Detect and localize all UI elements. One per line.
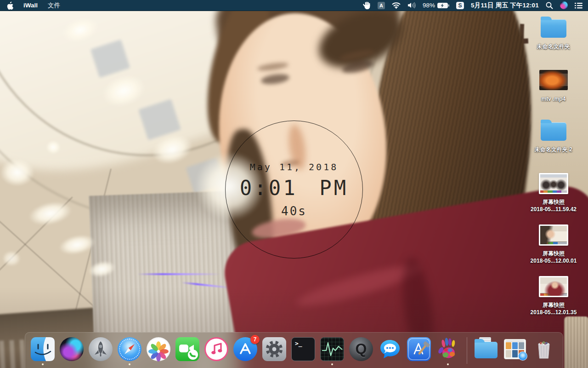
proxy-letter: S bbox=[458, 2, 462, 9]
facetime-icon bbox=[175, 337, 199, 361]
label-line-1: 屏幕快照 bbox=[531, 301, 577, 309]
dock-finder[interactable] bbox=[31, 337, 55, 361]
dock-quicktime[interactable]: Q bbox=[349, 337, 373, 361]
messages-icon bbox=[378, 337, 402, 361]
system-preferences-icon bbox=[262, 337, 286, 361]
dock-app-store[interactable]: 7 bbox=[233, 337, 257, 361]
label-line-2: 2018-05...12.00.01 bbox=[531, 257, 577, 264]
clock-date: May 11, 2018 bbox=[250, 161, 339, 172]
activity-monitor-icon bbox=[320, 337, 344, 361]
terminal-icon: >_ bbox=[291, 337, 315, 361]
dock-siri[interactable] bbox=[60, 337, 84, 361]
desktop-screenshot-2[interactable]: 屏幕快照 2018-05...12.00.01 bbox=[521, 224, 586, 264]
dock: 7 >_ Q bbox=[25, 332, 563, 368]
running-indicator bbox=[129, 363, 130, 365]
battery-charging-icon bbox=[437, 3, 449, 8]
terminal-prompt-glyph: >_ bbox=[295, 340, 302, 347]
input-source-icon[interactable]: A bbox=[378, 0, 385, 11]
desktop-icon-label: 屏幕快照 2018-05...12.00.01 bbox=[531, 250, 577, 264]
safari-icon bbox=[118, 337, 141, 361]
folder-icon bbox=[541, 19, 566, 38]
desktop-icon-label: 屏幕快照 2018-05...11.59.42 bbox=[531, 198, 577, 213]
desktop-icon-label: mtv .mp4 bbox=[542, 95, 566, 103]
dock-safari[interactable] bbox=[118, 337, 141, 361]
itunes-icon bbox=[204, 337, 228, 361]
label-line-1: 屏幕快照 bbox=[531, 198, 577, 206]
dock-photos[interactable] bbox=[147, 337, 170, 361]
screenshot-thumbnail-icon bbox=[539, 276, 568, 297]
siri-icon[interactable] bbox=[560, 0, 568, 11]
dock-activity-monitor[interactable] bbox=[320, 337, 344, 361]
dock-websites-stack[interactable] bbox=[503, 337, 527, 361]
dock-terminal[interactable]: >_ bbox=[291, 337, 315, 361]
battery-percent-label: 98% bbox=[423, 2, 435, 9]
dock-system-preferences[interactable] bbox=[262, 337, 286, 361]
dock-iwall[interactable] bbox=[436, 337, 460, 361]
running-indicator bbox=[42, 363, 44, 365]
wifi-icon[interactable] bbox=[392, 0, 401, 11]
dock-trash[interactable] bbox=[532, 337, 556, 361]
desktop-screenshot-3[interactable]: 屏幕快照 2018-05...12.01.35 bbox=[521, 276, 586, 316]
menu-bar: iWall 文件 A 98% S 5月11日 周五 下午12:01 bbox=[0, 0, 588, 11]
running-indicator bbox=[447, 363, 449, 365]
wallpaper-clock-widget: May 11, 2018 0:01 PM 40s bbox=[225, 121, 363, 259]
finder-icon bbox=[31, 337, 55, 361]
desktop-icon-label: 未命名文件夹 2 bbox=[535, 146, 572, 153]
xcode-icon bbox=[407, 337, 431, 361]
dock-launchpad[interactable] bbox=[89, 337, 113, 361]
input-source-letter: A bbox=[379, 3, 383, 8]
siri-app-icon bbox=[60, 337, 84, 361]
clock-seconds: 40s bbox=[281, 204, 307, 218]
dock-downloads-folder[interactable] bbox=[474, 337, 498, 361]
running-indicator bbox=[331, 363, 333, 365]
menu-bar-clock[interactable]: 5月11日 周五 下午12:01 bbox=[471, 0, 539, 11]
websites-stack-icon bbox=[504, 339, 526, 359]
screenshot-thumbnail-icon bbox=[539, 224, 568, 246]
shadowsocks-icon[interactable]: S bbox=[456, 0, 464, 11]
volume-icon[interactable] bbox=[407, 0, 416, 11]
photos-icon bbox=[147, 337, 170, 361]
downloads-folder-icon bbox=[475, 342, 498, 358]
desktop-icon-column: 未命名文件夹 mtv .mp4 未命名文件夹 2 屏幕快照 2018-05...… bbox=[521, 0, 586, 368]
battery-status[interactable]: 98% bbox=[423, 0, 449, 11]
notification-center-icon[interactable] bbox=[575, 0, 582, 11]
menu-item-file[interactable]: 文件 bbox=[48, 0, 60, 11]
desktop-icon-label: 屏幕快照 2018-05...12.01.35 bbox=[531, 301, 577, 316]
dock-itunes[interactable] bbox=[204, 337, 228, 361]
screenshot-thumbnail-icon bbox=[539, 173, 568, 194]
desktop-folder-2[interactable]: 未命名文件夹 2 bbox=[521, 119, 586, 153]
dock-facetime[interactable] bbox=[175, 337, 199, 361]
quicktime-icon: Q bbox=[349, 337, 373, 361]
trash-full-icon bbox=[532, 337, 556, 361]
quicktime-q-glyph: Q bbox=[356, 340, 367, 357]
clock-time: 0:01 PM bbox=[240, 176, 348, 200]
app-store-badge: 7 bbox=[250, 335, 260, 344]
desktop-screenshot-1[interactable]: 屏幕快照 2018-05...11.59.42 bbox=[521, 173, 586, 213]
launchpad-icon bbox=[89, 337, 113, 361]
spotlight-search-icon[interactable] bbox=[546, 0, 553, 11]
desktop-icon-label: 未命名文件夹 bbox=[537, 43, 570, 50]
dock-xcode[interactable] bbox=[407, 337, 431, 361]
folder-icon bbox=[541, 122, 566, 141]
safari-mini-badge bbox=[518, 351, 527, 361]
dock-divider bbox=[467, 337, 467, 364]
app-menu-title[interactable]: iWall bbox=[23, 0, 38, 11]
video-thumbnail-icon bbox=[539, 70, 568, 90]
label-line-2: 2018-05...12.01.35 bbox=[531, 309, 577, 316]
label-line-1: 屏幕快照 bbox=[531, 250, 577, 257]
apple-logo-icon bbox=[6, 1, 13, 10]
desktop-video-mtv[interactable]: mtv .mp4 bbox=[521, 70, 586, 103]
desktop-folder-1[interactable]: 未命名文件夹 bbox=[521, 16, 586, 50]
label-line-2: 2018-05...11.59.42 bbox=[531, 206, 577, 213]
apple-menu[interactable] bbox=[6, 0, 13, 11]
dock-messages[interactable] bbox=[378, 337, 402, 361]
hand-gesture-icon[interactable] bbox=[363, 0, 371, 11]
iwall-hand-icon bbox=[436, 337, 460, 361]
